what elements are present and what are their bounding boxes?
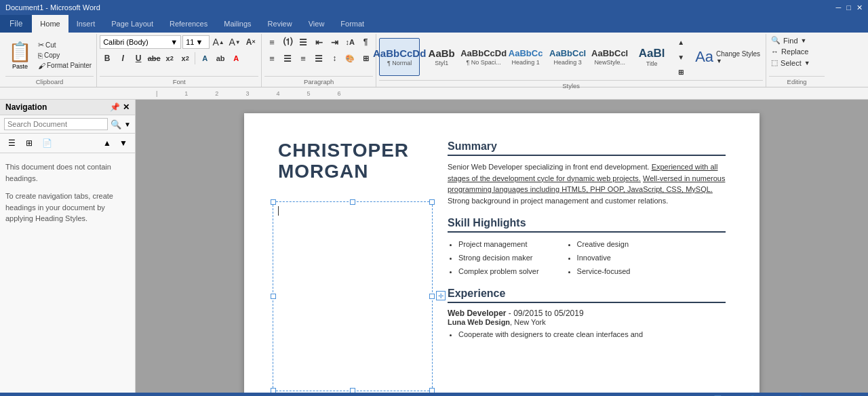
select-button[interactable]: ⬚ Select ▼ [769,58,812,68]
change-styles-button[interactable]: Aa Change Styles ▼ [692,47,763,67]
align-right-button[interactable]: ≡ [296,52,311,65]
paste-label: Paste [12,63,28,70]
handle-mr[interactable] [429,294,435,299]
justify-button[interactable]: ☰ [311,52,326,65]
style-normal[interactable]: AaBbCcDd ¶ Normal [379,38,420,76]
selected-text-box[interactable]: ✛ [273,201,433,391]
nav-list-icon[interactable]: ☰ [4,136,19,151]
handle-bc[interactable] [350,388,355,393]
bullets-button[interactable]: ≡ [264,35,279,49]
style-scroll-buttons: ▲ ▼ ⊞ [673,35,688,79]
font-color-button[interactable]: A [229,52,243,65]
doc-area[interactable]: CHRISTOPER MORGAN ✛ [136,100,868,393]
search-icon[interactable]: 🔍 [111,119,121,130]
style-swatches: AaBbCcDd ¶ Normal AaBb Styl1 AaBbCcDd ¶ … [379,38,672,76]
subscript-button[interactable]: x2 [162,52,177,65]
style-styl1[interactable]: AaBb Styl1 [421,38,462,76]
font-name-select[interactable]: Calibri (Body) ▼ [100,35,181,49]
style-heading3[interactable]: AaBbCcl Heading 3 [547,38,588,76]
expand-handle[interactable]: ✛ [436,291,446,300]
nav-grid-icon[interactable]: ⊞ [22,136,37,151]
nav-search-bar: 🔍 ▼ [0,115,135,134]
paste-button[interactable]: 📋 Paste [5,39,35,71]
editing-label: Editing [769,76,825,85]
italic-button[interactable]: I [115,52,130,65]
nav-info: This document does not contain headings.… [0,153,135,233]
tab-page-layout[interactable]: Page Layout [103,15,161,33]
replace-button[interactable]: ↔ Replace [769,47,810,56]
align-center-button[interactable]: ☰ [280,52,295,65]
copy-button[interactable]: ⎘ Copy [36,51,94,60]
nav-page-icon[interactable]: 📄 [39,136,54,151]
text-effects-button[interactable]: A [197,52,212,65]
nav-info-line2: To create navigation tabs, create headin… [5,191,130,224]
styles-group: AaBbCcDd ¶ Normal AaBb Styl1 AaBbCcDd ¶ … [376,34,766,87]
handle-tr[interactable] [429,199,435,205]
multilevel-button[interactable]: ☰ [296,35,311,49]
superscript-button[interactable]: x2 [178,52,193,65]
style-no-spacing[interactable]: AaBbCcDd ¶ No Spaci... [463,38,504,76]
increase-indent-button[interactable]: ⇥ [327,35,342,49]
tab-references[interactable]: References [161,15,216,33]
tab-view[interactable]: View [300,15,333,33]
decrease-indent-button[interactable]: ⇤ [311,35,326,49]
handle-bl[interactable] [271,388,276,393]
styles-scroll-down[interactable]: ▼ [673,50,688,64]
status-bar: Page: 1 of 1 Words: 0 English (United St… [0,393,868,396]
skill-item: Complex problem solver [458,265,539,279]
tab-mailings[interactable]: Mailings [216,15,259,33]
last-name: MORGAN [278,161,427,182]
underline-button[interactable]: U [131,52,146,65]
strikethrough-button[interactable]: abc [146,52,161,65]
format-painter-button[interactable]: 🖌 Format Painter [36,61,94,71]
clipboard-right: ✂ Cut ⎘ Copy 🖌 Format Painter [36,40,94,71]
handle-tl[interactable] [271,199,276,205]
tab-insert[interactable]: Insert [68,15,104,33]
styles-scroll-up[interactable]: ▲ [673,35,688,49]
tab-format[interactable]: Format [332,15,372,33]
bold-button[interactable]: B [100,52,115,65]
increase-font-button[interactable]: A▲ [211,35,226,49]
minimize-icon[interactable]: ─ [836,3,842,12]
handle-ml[interactable] [271,294,276,299]
select-icon: ⬚ [771,58,778,67]
paste-icon: 📋 [8,41,32,63]
nav-toolbar: ☰ ⊞ 📄 ▲ ▼ [0,134,135,153]
skill-col-2: Creative design Innovative Service-focus… [566,238,631,278]
decrease-font-button[interactable]: A▼ [227,35,242,49]
show-marks-button[interactable]: ¶ [358,35,373,49]
borders-button[interactable]: ⊞ [358,52,373,65]
skill-item: Creative design [577,238,631,252]
clear-formatting-button[interactable]: A✕ [243,35,258,49]
shading-button[interactable]: 🎨 [342,52,357,65]
skill-item: Innovative [577,252,631,265]
text-highlight-button[interactable]: ab [213,52,228,65]
find-icon: 🔍 [771,36,781,45]
paragraph-label: Paragraph [264,76,373,85]
font-size-select[interactable]: 11 ▼ [182,35,210,49]
nav-down-icon[interactable]: ▼ [116,136,131,151]
align-left-button[interactable]: ≡ [264,52,279,65]
line-spacing-button[interactable]: ↕ [327,52,342,65]
handle-tc[interactable] [350,199,355,205]
styles-more[interactable]: ⊞ [673,65,688,79]
tab-file[interactable]: File [0,15,32,33]
sort-button[interactable]: ↕A [342,35,357,49]
search-input[interactable] [4,118,108,130]
search-dropdown-icon[interactable]: ▼ [124,121,131,128]
tab-review[interactable]: Review [260,15,300,33]
nav-up-icon[interactable]: ▲ [100,136,115,151]
maximize-icon[interactable]: □ [846,3,851,12]
handle-br[interactable] [429,388,435,393]
tab-home[interactable]: Home [32,15,68,33]
style-newstyle[interactable]: AaBbCcl NewStyle... [589,38,630,76]
cut-button[interactable]: ✂ Cut [36,40,94,50]
find-button[interactable]: 🔍 Find ▼ [769,35,808,45]
app-layout: Navigation 📌 ✕ 🔍 ▼ ☰ ⊞ 📄 ▲ ▼ This docume… [0,100,868,393]
close-icon[interactable]: ✕ [856,3,863,12]
style-heading1[interactable]: AaBbCc Heading 1 [505,38,546,76]
style-title[interactable]: AaBl Title [631,38,672,76]
nav-pin-icon[interactable]: 📌 [110,102,120,112]
nav-close-icon[interactable]: ✕ [123,102,130,112]
numbering-button[interactable]: ⑴ [280,35,295,49]
